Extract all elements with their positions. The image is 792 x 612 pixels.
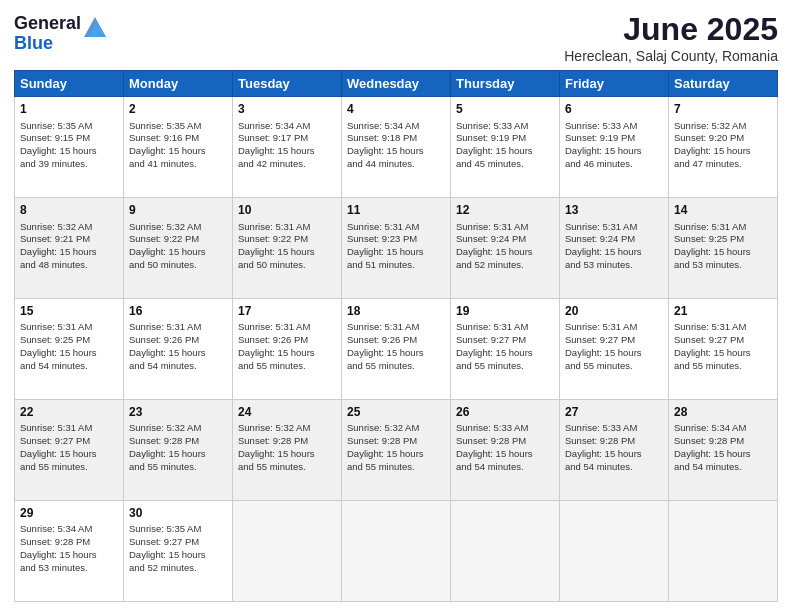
day-info-line: Sunrise: 5:33 AM [565,422,663,435]
day-info-line: and 52 minutes. [129,562,227,575]
calendar-cell: 20Sunrise: 5:31 AMSunset: 9:27 PMDayligh… [560,299,669,400]
calendar-header-row: SundayMondayTuesdayWednesdayThursdayFrid… [15,71,778,97]
day-info-line: Sunrise: 5:31 AM [347,321,445,334]
day-info-line: Sunset: 9:28 PM [129,435,227,448]
day-info-line: Daylight: 15 hours [238,448,336,461]
day-info-line: Sunset: 9:27 PM [674,334,772,347]
day-number: 20 [565,303,663,319]
day-info-line: Daylight: 15 hours [20,549,118,562]
subtitle: Hereclean, Salaj County, Romania [564,48,778,64]
day-info-line: Sunrise: 5:31 AM [20,321,118,334]
day-info-line: Sunrise: 5:31 AM [238,221,336,234]
calendar-cell [233,501,342,602]
day-number: 2 [129,101,227,117]
day-info-line: Daylight: 15 hours [20,246,118,259]
day-info-line: and 55 minutes. [347,461,445,474]
calendar-header-monday: Monday [124,71,233,97]
day-info-line: Sunset: 9:19 PM [456,132,554,145]
calendar-cell [451,501,560,602]
calendar-header-sunday: Sunday [15,71,124,97]
day-info-line: Sunrise: 5:32 AM [238,422,336,435]
day-info-line: Sunrise: 5:32 AM [347,422,445,435]
day-info-line: Sunset: 9:25 PM [20,334,118,347]
day-info-line: and 53 minutes. [20,562,118,575]
day-info-line: Sunrise: 5:31 AM [456,321,554,334]
day-info-line: and 55 minutes. [347,360,445,373]
day-info-line: Daylight: 15 hours [347,145,445,158]
calendar-week-5: 29Sunrise: 5:34 AMSunset: 9:28 PMDayligh… [15,501,778,602]
day-info-line: Sunset: 9:28 PM [674,435,772,448]
day-info-line: Daylight: 15 hours [238,246,336,259]
logo: General Blue [14,14,106,54]
day-number: 6 [565,101,663,117]
day-info-line: Sunrise: 5:31 AM [674,221,772,234]
day-info-line: and 50 minutes. [238,259,336,272]
day-info-line: Sunrise: 5:34 AM [674,422,772,435]
calendar-table: SundayMondayTuesdayWednesdayThursdayFrid… [14,70,778,602]
day-info-line: Sunset: 9:21 PM [20,233,118,246]
day-info-line: Sunrise: 5:31 AM [347,221,445,234]
calendar-cell: 26Sunrise: 5:33 AMSunset: 9:28 PMDayligh… [451,400,560,501]
day-number: 26 [456,404,554,420]
day-info-line: Sunrise: 5:31 AM [674,321,772,334]
day-info-line: Sunset: 9:28 PM [347,435,445,448]
day-number: 14 [674,202,772,218]
calendar-week-1: 1Sunrise: 5:35 AMSunset: 9:15 PMDaylight… [15,97,778,198]
day-info-line: Sunrise: 5:32 AM [674,120,772,133]
day-info-line: and 52 minutes. [456,259,554,272]
day-number: 28 [674,404,772,420]
day-info-line: Daylight: 15 hours [129,145,227,158]
calendar-cell: 6Sunrise: 5:33 AMSunset: 9:19 PMDaylight… [560,97,669,198]
calendar-cell: 30Sunrise: 5:35 AMSunset: 9:27 PMDayligh… [124,501,233,602]
calendar-cell: 1Sunrise: 5:35 AMSunset: 9:15 PMDaylight… [15,97,124,198]
day-info-line: Daylight: 15 hours [347,246,445,259]
day-info-line: Sunset: 9:19 PM [565,132,663,145]
day-info-line: Sunrise: 5:32 AM [129,221,227,234]
day-info-line: and 55 minutes. [129,461,227,474]
day-number: 5 [456,101,554,117]
calendar-cell [669,501,778,602]
day-number: 3 [238,101,336,117]
day-info-line: and 50 minutes. [129,259,227,272]
day-info-line: Sunset: 9:25 PM [674,233,772,246]
day-info-line: Daylight: 15 hours [20,145,118,158]
calendar-cell: 4Sunrise: 5:34 AMSunset: 9:18 PMDaylight… [342,97,451,198]
logo-general: General [14,14,81,34]
calendar-cell: 11Sunrise: 5:31 AMSunset: 9:23 PMDayligh… [342,198,451,299]
day-info-line: Sunrise: 5:35 AM [129,523,227,536]
day-info-line: Sunset: 9:26 PM [238,334,336,347]
day-info-line: and 55 minutes. [674,360,772,373]
day-number: 21 [674,303,772,319]
calendar-header-tuesday: Tuesday [233,71,342,97]
day-number: 22 [20,404,118,420]
day-info-line: Sunrise: 5:31 AM [129,321,227,334]
day-info-line: Daylight: 15 hours [565,246,663,259]
calendar-cell: 12Sunrise: 5:31 AMSunset: 9:24 PMDayligh… [451,198,560,299]
day-number: 9 [129,202,227,218]
day-info-line: Sunrise: 5:31 AM [565,321,663,334]
day-info-line: Sunset: 9:18 PM [347,132,445,145]
calendar-cell [342,501,451,602]
day-number: 17 [238,303,336,319]
day-info-line: Daylight: 15 hours [565,347,663,360]
day-info-line: Sunset: 9:17 PM [238,132,336,145]
day-info-line: Sunset: 9:23 PM [347,233,445,246]
calendar-cell: 27Sunrise: 5:33 AMSunset: 9:28 PMDayligh… [560,400,669,501]
day-info-line: Sunrise: 5:32 AM [20,221,118,234]
calendar-cell: 18Sunrise: 5:31 AMSunset: 9:26 PMDayligh… [342,299,451,400]
calendar-cell: 22Sunrise: 5:31 AMSunset: 9:27 PMDayligh… [15,400,124,501]
calendar-cell: 15Sunrise: 5:31 AMSunset: 9:25 PMDayligh… [15,299,124,400]
day-info-line: Daylight: 15 hours [129,549,227,562]
day-number: 8 [20,202,118,218]
calendar-header-friday: Friday [560,71,669,97]
day-number: 23 [129,404,227,420]
day-number: 19 [456,303,554,319]
day-info-line: Daylight: 15 hours [20,347,118,360]
day-info-line: and 54 minutes. [20,360,118,373]
calendar-cell: 5Sunrise: 5:33 AMSunset: 9:19 PMDaylight… [451,97,560,198]
day-info-line: Daylight: 15 hours [565,145,663,158]
day-info-line: and 55 minutes. [565,360,663,373]
day-info-line: Sunset: 9:24 PM [456,233,554,246]
calendar-cell: 13Sunrise: 5:31 AMSunset: 9:24 PMDayligh… [560,198,669,299]
day-info-line: Daylight: 15 hours [674,347,772,360]
